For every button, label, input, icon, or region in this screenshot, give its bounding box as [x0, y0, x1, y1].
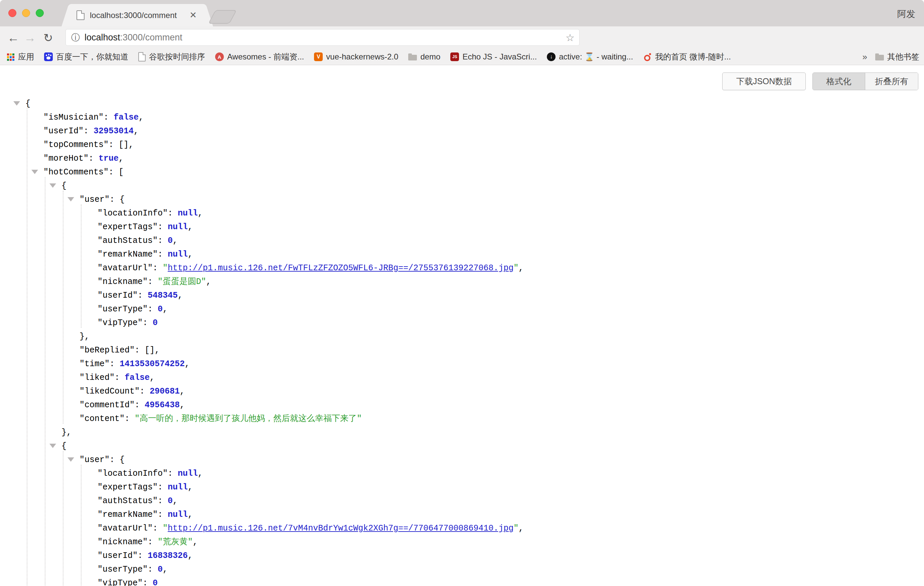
json-token: "remarkName" — [97, 249, 158, 259]
json-token: : — [89, 154, 99, 163]
collapse-caret[interactable] — [68, 457, 74, 462]
collapse-caret[interactable] — [13, 101, 20, 106]
bookmark-baidu-label: 百度一下，你就知道 — [56, 51, 128, 62]
json-token: "expertTags" — [97, 482, 158, 492]
json-line: "userId": 16838326, — [0, 549, 924, 563]
bookmark-awesomes[interactable]: AAwesomes - 前端资... — [215, 51, 304, 62]
json-line: "avatarUrl": "http://p1.music.126.net/7v… — [0, 522, 924, 535]
json-line: "user": { — [0, 453, 924, 467]
json-token: "beReplied" — [79, 345, 135, 355]
page-favicon-icon — [76, 10, 84, 20]
json-token: 4956438 — [145, 400, 180, 410]
json-token: "nickname" — [97, 537, 148, 547]
json-token: : — [158, 236, 168, 246]
tab-close-icon[interactable]: ✕ — [188, 10, 198, 20]
bookmark-vue-hackernews-icon-glyph: V — [317, 54, 320, 60]
reload-button[interactable]: ↻ — [43, 26, 53, 49]
url-host: localhost — [84, 32, 120, 43]
json-token: 0 — [158, 565, 163, 574]
json-token: "remarkName" — [97, 510, 158, 520]
new-tab-button[interactable] — [208, 10, 237, 24]
bookmark-google-sort-icon — [138, 52, 146, 61]
close-window-button[interactable] — [8, 9, 16, 17]
collapse-caret[interactable] — [68, 197, 74, 201]
zoom-window-button[interactable] — [36, 9, 44, 17]
json-line: { — [0, 97, 924, 111]
url-text[interactable]: localhost:3000/comment — [84, 32, 182, 43]
bookmark-weibo-home[interactable]: 我的首页 微博-随时... — [643, 51, 731, 62]
json-line: { — [0, 439, 924, 453]
bookmark-awesomes-icon-glyph: A — [218, 54, 221, 60]
json-token: null — [168, 510, 188, 520]
json-line: "expertTags": null, — [0, 220, 924, 234]
json-token: "user" — [79, 195, 110, 205]
json-line: "isMusician": false, — [0, 111, 924, 124]
json-line: "userType": 0, — [0, 302, 924, 316]
bookmark-star-icon[interactable]: ☆ — [566, 32, 574, 43]
json-token: : — [115, 373, 125, 383]
json-line: "moreHot": true, — [0, 152, 924, 165]
bookmark-vue-hackernews[interactable]: Vvue-hackernews-2.0 — [314, 52, 398, 61]
json-token: "高一听的，那时候遇到了孩儿他妈，然后就这么幸福下来了" — [135, 414, 362, 424]
json-url-link[interactable]: http://p1.music.126.net/7vM4nvBdrYw1cWgk… — [168, 523, 513, 533]
json-token: : — [138, 551, 148, 561]
bookmark-apps[interactable]: 应用 — [6, 51, 34, 62]
json-token: : — [135, 400, 145, 410]
json-line: "nickname": "荒灰黄", — [0, 535, 924, 549]
bookmark-echojs-icon-glyph: JS — [452, 54, 457, 59]
json-line: "commentId": 4956438, — [0, 398, 924, 412]
minimize-window-button[interactable] — [22, 9, 30, 17]
json-token: "avatarUrl" — [97, 263, 153, 273]
json-line: "userType": 0, — [0, 563, 924, 576]
bookmark-apps-icon — [6, 53, 15, 61]
json-token: "vipType" — [97, 318, 143, 328]
json-token: "locationInfo" — [97, 208, 168, 218]
bookmarks-overflow-chevron[interactable]: » — [863, 52, 867, 62]
json-token: null — [178, 469, 198, 479]
json-token: 0 — [153, 318, 158, 328]
json-token: , — [119, 154, 124, 163]
json-token: { — [61, 181, 66, 191]
json-token: , — [173, 236, 178, 246]
profile-name[interactable]: 阿发 — [897, 8, 915, 20]
json-token: "hotComments" — [43, 167, 109, 177]
json-token: "isMusician" — [43, 112, 104, 122]
json-url-link[interactable]: http://p1.music.126.net/FwTFLzZFZOZO5WFL… — [168, 263, 513, 273]
json-token: : — [104, 112, 114, 122]
address-bar[interactable]: ⓘ localhost:3000/comment ☆ — [66, 29, 579, 46]
json-token: true — [99, 154, 119, 163]
back-button[interactable]: ← — [7, 26, 19, 49]
collapse-caret[interactable] — [50, 444, 56, 448]
json-line: "authStatus": 0, — [0, 494, 924, 508]
json-token: }, — [79, 332, 89, 342]
json-line: "remarkName": null, — [0, 248, 924, 261]
json-token: , — [518, 263, 523, 273]
collapse-caret[interactable] — [50, 183, 56, 188]
json-line: "user": { — [0, 193, 924, 206]
collapse-caret[interactable] — [31, 170, 38, 174]
json-token: : — [138, 291, 148, 300]
bookmark-active[interactable]: ↓active: ⌛ - waiting... — [547, 52, 633, 61]
other-bookmarks[interactable]: 其他书签 — [875, 51, 919, 62]
site-info-icon[interactable]: ⓘ — [71, 32, 80, 43]
json-token: false — [114, 112, 139, 122]
bookmark-echojs[interactable]: JSEcho JS - JavaScri... — [450, 52, 537, 61]
other-bookmarks-label: 其他书签 — [887, 51, 919, 62]
bookmark-baidu[interactable]: 百度一下，你就知道 — [44, 51, 128, 62]
browser-tab[interactable]: localhost:3000/comment ✕ — [72, 4, 203, 26]
json-line: "vipType": 0 — [0, 316, 924, 330]
bookmark-demo-label: demo — [420, 52, 440, 61]
json-token: : — [158, 496, 168, 506]
json-token: , — [188, 249, 193, 259]
json-token: "authStatus" — [97, 496, 158, 506]
json-token: "expertTags" — [97, 222, 158, 232]
json-token: : — [143, 318, 153, 328]
json-line: "time": 1413530574252, — [0, 357, 924, 371]
json-line: "authStatus": 0, — [0, 234, 924, 248]
bookmark-google-sort[interactable]: 谷歌按时间排序 — [138, 51, 205, 62]
bookmark-demo[interactable]: demo — [408, 52, 440, 61]
bookmark-active-icon-glyph: ↓ — [550, 53, 553, 60]
bookmark-baidu-icon — [44, 53, 53, 61]
bookmark-vue-hackernews-icon: V — [314, 53, 323, 61]
json-token: : { — [110, 195, 125, 205]
